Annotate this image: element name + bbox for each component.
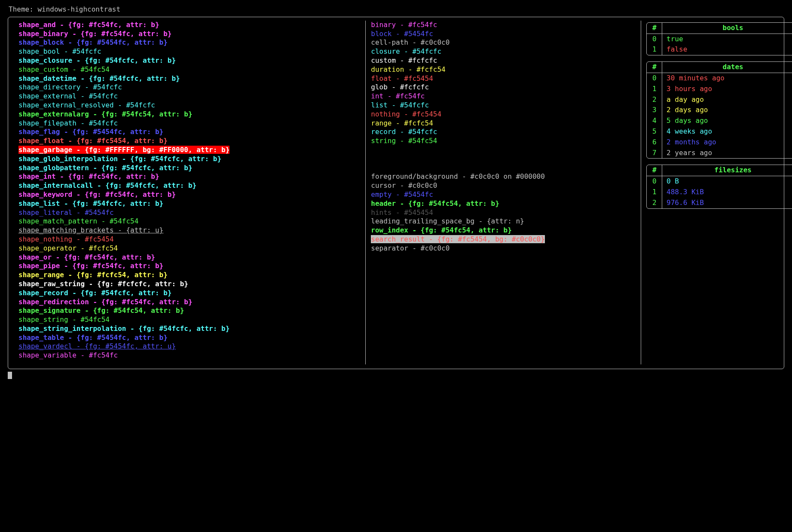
row-value: 2 years ago — [662, 148, 792, 159]
shape-entry: shape_globpattern - {fg: #54fcfc, attr: … — [18, 164, 193, 172]
shape-row: shape_or - {fg: #fc54fc, attr: b} — [18, 253, 360, 262]
col-header: bools — [662, 23, 792, 34]
type-entry: nothing - #fc5454 — [371, 110, 441, 118]
col-index: # — [647, 62, 662, 73]
misc-entry: header - {fg: #54fc54, attr: b} — [371, 199, 499, 208]
misc-entry: leading_trailing_space_bg - {attr: n} — [371, 217, 524, 225]
type-row: int - #fc54fc — [371, 92, 636, 101]
shape-entry: shape_match_pattern - #54fc54 — [18, 217, 138, 225]
row-value: 976.6 KiB — [662, 198, 792, 208]
type-entry: int - #fc54fc — [371, 92, 425, 100]
shape-row: shape_list - {fg: #54fcfc, attr: b} — [18, 199, 360, 208]
type-row: string - #54fc54 — [371, 137, 636, 146]
table-row: 45 days ago — [647, 116, 792, 126]
terminal-cursor — [8, 372, 12, 379]
shape-entry: shape_glob_interpolation - {fg: #54fcfc,… — [18, 155, 221, 163]
table-row: 2976.6 KiB — [647, 198, 792, 208]
shape-entry: shape_signature - {fg: #54fc54, attr: b} — [18, 306, 184, 315]
row-index: 0 — [647, 176, 662, 187]
type-row: range - #fcfc54 — [371, 119, 636, 128]
table-row: 00 B — [647, 176, 792, 187]
shape-row: shape_custom - #54fc54 — [18, 65, 360, 74]
col-header: dates — [662, 62, 792, 73]
shape-entry: shape_external - #54fcfc — [18, 92, 118, 100]
misc-row: header - {fg: #54fc54, attr: b} — [371, 199, 636, 208]
type-entry: record - #54fcfc — [371, 128, 437, 136]
table-row: 62 months ago — [647, 137, 792, 148]
shape-row: shape_table - {fg: #5454fc, attr: b} — [18, 333, 360, 342]
row-index: 1 — [647, 44, 662, 55]
table-row: 32 days ago — [647, 105, 792, 116]
shape-entry: shape_literal - #5454fc — [18, 208, 114, 217]
shape-row: shape_signature - {fg: #54fc54, attr: b} — [18, 306, 360, 315]
type-entry: binary - #fc54fc — [371, 21, 437, 29]
shape-entry: shape_table - {fg: #5454fc, attr: b} — [18, 333, 168, 342]
row-value: 2 months ago — [662, 137, 792, 148]
misc-row: empty - #5454fc — [371, 190, 636, 199]
shape-row: shape_externalarg - {fg: #54fc54, attr: … — [18, 110, 360, 119]
shape-row: shape_binary - {fg: #fc54fc, attr: b} — [18, 30, 360, 39]
misc-row: leading_trailing_space_bg - {attr: n} — [371, 217, 636, 226]
mid-column: binary - #fc54fcblock - #5454fccell-path… — [365, 21, 641, 364]
row-value: a day ago — [662, 95, 792, 105]
shape-entry: shape_keyword - {fg: #fc54fc, attr: b} — [18, 190, 176, 199]
type-row: list - #54fcfc — [371, 101, 636, 110]
shape-row: shape_block - {fg: #5454fc, attr: b} — [18, 38, 360, 47]
table-row: 030 minutes ago — [647, 73, 792, 83]
shape-row: shape_variable - #fc54fc — [18, 351, 360, 360]
type-entry: cell-path - #c0c0c0 — [371, 38, 450, 46]
row-index: 1 — [647, 187, 662, 198]
row-index: 2 — [647, 95, 662, 105]
table-row: 13 hours ago — [647, 84, 792, 95]
shape-entry: shape_internalcall - {fg: #54fcfc, attr:… — [18, 181, 196, 190]
shape-entry: shape_raw_string - {fg: #fcfcfc, attr: b… — [18, 280, 188, 288]
type-entry: range - #fcfc54 — [371, 119, 433, 127]
shape-entry: shape_directory - #54fcfc — [18, 83, 122, 91]
row-value: 30 minutes ago — [662, 73, 792, 83]
shape-row: shape_internalcall - {fg: #54fcfc, attr:… — [18, 181, 360, 190]
type-row: binary - #fc54fc — [371, 21, 636, 30]
type-entry: duration - #fcfc54 — [371, 65, 445, 73]
misc-list: foreground/background - #c0c0c0 on #0000… — [371, 172, 636, 253]
shape-entry: shape_externalarg - {fg: #54fc54, attr: … — [18, 110, 193, 118]
col-index: # — [647, 23, 662, 34]
shape-entry: shape_binary - {fg: #fc54fc, attr: b} — [18, 30, 171, 38]
row-index: 1 — [647, 84, 662, 95]
type-row: record - #54fcfc — [371, 128, 636, 137]
table-row: 54 weeks ago — [647, 126, 792, 137]
shape-row: shape_globpattern - {fg: #54fcfc, attr: … — [18, 164, 360, 173]
theme-label: Theme: — [9, 5, 34, 13]
table-row: 2a day ago — [647, 95, 792, 105]
misc-row: foreground/background - #c0c0c0 on #0000… — [371, 172, 636, 181]
shape-entry: shape_variable - #fc54fc — [18, 351, 118, 359]
misc-entry: foreground/background - #c0c0c0 on #0000… — [371, 172, 545, 180]
type-entry: string - #54fc54 — [371, 137, 437, 145]
type-row: nothing - #fc5454 — [371, 110, 636, 119]
filesizes-table: #filesizes00 B1488.3 KiB2976.6 KiB — [646, 165, 792, 208]
shape-row: shape_string - #54fc54 — [18, 315, 360, 324]
shape-entry: shape_list - {fg: #54fcfc, attr: b} — [18, 199, 163, 208]
shape-entry: shape_block - {fg: #5454fc, attr: b} — [18, 38, 168, 46]
type-entry: float - #fc5454 — [371, 74, 433, 83]
row-index: 0 — [647, 34, 662, 44]
shape-row: shape_literal - #5454fc — [18, 208, 360, 217]
misc-entry: empty - #5454fc — [371, 190, 433, 199]
shape-entry: shape_vardecl - {fg: #5454fc, attr: u} — [18, 342, 176, 350]
table-row: 72 years ago — [647, 148, 792, 159]
shape-entry: shape_nothing - #fc5454 — [18, 235, 114, 243]
misc-row: separator - #c0c0c0 — [371, 244, 636, 253]
table-row: 1488.3 KiB — [647, 187, 792, 198]
theme-name: windows-highcontrast — [37, 5, 120, 13]
shape-entry: shape_string - #54fc54 — [18, 315, 110, 324]
shape-row: shape_float - {fg: #fc5454, attr: b} — [18, 137, 360, 146]
shape-row: shape_vardecl - {fg: #5454fc, attr: u} — [18, 342, 360, 351]
shape-entry: shape_closure - {fg: #54fcfc, attr: b} — [18, 56, 176, 64]
misc-entry: cursor - #c0c0c0 — [371, 181, 437, 190]
shape-entry: shape_int - {fg: #fc54fc, attr: b} — [18, 172, 159, 180]
shape-row: shape_garbage - {fg: #FFFFFF, bg: #FF000… — [18, 146, 360, 155]
row-index: 4 — [647, 116, 662, 126]
shape-entry: shape_external_resolved - #54fcfc — [18, 101, 155, 109]
shape-row: shape_match_pattern - #54fc54 — [18, 217, 360, 226]
shape-row: shape_filepath - #54fcfc — [18, 119, 360, 128]
shape-row: shape_raw_string - {fg: #fcfcfc, attr: b… — [18, 280, 360, 289]
